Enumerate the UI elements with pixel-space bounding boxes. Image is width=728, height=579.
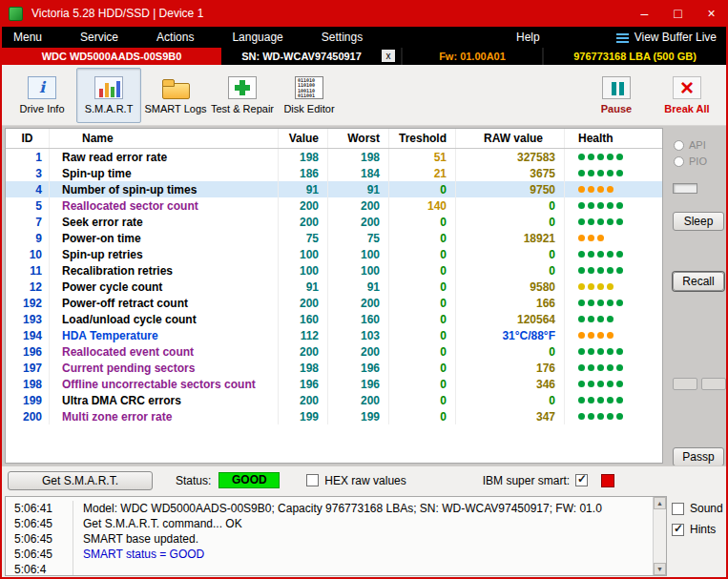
menu-item-language[interactable]: Language — [232, 31, 282, 44]
cell-id: 193 — [6, 311, 50, 327]
scroll-up-icon[interactable]: ▲ — [654, 497, 666, 509]
device-model[interactable]: WDC WD5000AADS-00S9B0 — [2, 48, 221, 65]
header-threshold[interactable]: Treshold — [389, 129, 456, 148]
toolbar-button-smart-logs[interactable]: SMART Logs — [143, 68, 208, 123]
maximize-button[interactable]: □ — [661, 0, 695, 27]
cell-id: 199 — [6, 392, 50, 408]
cell-value: 186 — [279, 165, 328, 181]
mini-button-left[interactable] — [673, 378, 697, 390]
ibm-checkbox[interactable] — [575, 474, 588, 486]
ibm-indicator — [601, 474, 614, 487]
break-all-button[interactable]: Break All — [659, 68, 715, 123]
smart-row-192[interactable]: 192Power-off retract count2002000166 — [6, 295, 662, 311]
health-dot — [588, 283, 594, 290]
health-dot — [597, 364, 604, 371]
cell-threshold: 0 — [389, 295, 456, 311]
cell-id: 10 — [6, 246, 50, 262]
cell-value: 160 — [279, 311, 328, 327]
log-lines: 5:06:41Model: WDC WD5000AADS-00S9B0; Cap… — [6, 501, 666, 576]
hints-checkbox[interactable] — [672, 524, 684, 536]
toolbar-button-disk-editor[interactable]: Disk Editor — [277, 68, 342, 123]
menu-bar: MenuServiceActionsLanguageSettings Help … — [2, 27, 726, 48]
header-worst[interactable]: Worst — [328, 129, 389, 148]
log-line: 5:06:45Get S.M.A.R.T. command... OK — [6, 516, 666, 531]
api-label: API — [689, 139, 706, 151]
scroll-down-icon[interactable]: ▼ — [654, 563, 666, 575]
smart-row-12[interactable]: 12Power cycle count919109580 — [6, 279, 662, 295]
smart-row-196[interactable]: 196Reallocated event count20020000 — [6, 343, 662, 360]
menu-item-service[interactable]: Service — [80, 31, 118, 44]
sound-checkbox-group[interactable]: Sound — [672, 502, 723, 515]
pio-label: PIO — [689, 155, 707, 167]
health-dot — [597, 413, 604, 420]
health-dot — [588, 316, 594, 322]
serial-close-button[interactable]: x — [382, 50, 395, 62]
cell-raw-value: 0 — [456, 262, 565, 279]
toolbar-button-s-m-a-r-t[interactable]: S.M.A.R.T — [76, 68, 141, 123]
header-id[interactable]: ID — [6, 129, 50, 148]
toolbar-button-test-repair[interactable]: Test & Repair — [210, 68, 275, 123]
menu-item-menu[interactable]: Menu — [13, 31, 42, 44]
header-value[interactable]: Value — [279, 129, 328, 148]
hex-raw-values-checkbox-group[interactable]: HEX raw values — [306, 474, 406, 487]
cell-id: 4 — [6, 181, 50, 197]
health-dot — [616, 202, 623, 209]
header-health[interactable]: Health — [565, 129, 662, 148]
cell-worst: 160 — [328, 311, 389, 327]
smart-row-5[interactable]: 5Reallocated sector count2002001400 — [6, 197, 662, 214]
cell-threshold: 140 — [389, 197, 456, 214]
smart-row-194[interactable]: 194HDA Temperature112103031°C/88°F — [6, 327, 662, 343]
health-dot — [578, 154, 585, 160]
smart-row-4[interactable]: 4Number of spin-up times919109750 — [6, 181, 662, 197]
health-dot — [616, 397, 623, 403]
header-name[interactable]: Name — [50, 129, 279, 148]
smart-row-200[interactable]: 200Multi zone error rate1991990347 — [6, 408, 662, 424]
mini-slider[interactable] — [673, 183, 697, 194]
header-raw-value[interactable]: RAW value — [456, 129, 565, 148]
get-smart-button[interactable]: Get S.M.A.R.T. — [8, 471, 153, 490]
close-button[interactable]: × — [695, 0, 728, 27]
smart-row-11[interactable]: 11Recalibration retries10010000 — [6, 262, 662, 279]
cell-value: 112 — [279, 327, 328, 343]
cell-id: 9 — [6, 230, 50, 246]
smart-row-7[interactable]: 7Seek error rate20020000 — [6, 214, 662, 230]
health-dot — [616, 381, 623, 387]
pause-button[interactable]: Pause — [589, 68, 644, 123]
window-controls: – □ × — [628, 0, 728, 27]
log-scrollbar[interactable]: ▲ ▼ — [653, 497, 666, 575]
smart-row-9[interactable]: 9Power-on time7575018921 — [6, 230, 662, 246]
smart-row-198[interactable]: 198Offline uncorrectable sectors count19… — [6, 376, 662, 392]
menu-item-settings[interactable]: Settings — [322, 31, 363, 44]
smart-row-1[interactable]: 1Raw read error rate19819851327583 — [6, 149, 662, 165]
smart-row-199[interactable]: 199Ultra DMA CRC errors20020000 — [6, 392, 662, 408]
cell-value: 100 — [279, 262, 328, 279]
health-dot — [588, 348, 594, 355]
toolbar-button-drive-info[interactable]: Drive Info — [10, 68, 74, 123]
sound-checkbox[interactable] — [672, 503, 684, 515]
view-buffer-live-button[interactable]: View Buffer Live — [616, 31, 717, 44]
pio-radio[interactable]: PIO — [674, 155, 707, 167]
health-dot — [588, 364, 594, 371]
cell-raw-value: 18921 — [456, 230, 565, 246]
passp-button[interactable]: Passp — [673, 447, 724, 466]
cell-name: Number of spin-up times — [50, 181, 279, 197]
cell-raw-value: 176 — [456, 360, 565, 376]
menu-item-help[interactable]: Help — [516, 31, 540, 44]
mini-button-right[interactable] — [701, 378, 726, 390]
smart-row-3[interactable]: 3Spin-up time186184213675 — [6, 165, 662, 181]
hints-checkbox-group[interactable]: Hints — [672, 523, 723, 536]
hex-checkbox[interactable] — [306, 474, 319, 486]
health-dot — [607, 397, 614, 403]
cell-name: Power-on time — [50, 230, 279, 246]
recall-button[interactable]: Recall — [673, 272, 724, 291]
minimize-button[interactable]: – — [628, 0, 661, 27]
health-dot — [607, 413, 614, 420]
cell-id: 12 — [6, 279, 50, 295]
smart-row-193[interactable]: 193Load/unload cycle count1601600120564 — [6, 311, 662, 327]
smart-row-197[interactable]: 197Current pending sectors1981960176 — [6, 360, 662, 376]
smart-row-10[interactable]: 10Spin-up retries10010000 — [6, 246, 662, 262]
api-radio[interactable]: API — [674, 139, 706, 151]
break-all-label: Break All — [664, 103, 709, 114]
sleep-button[interactable]: Sleep — [673, 212, 724, 231]
menu-item-actions[interactable]: Actions — [156, 31, 194, 44]
